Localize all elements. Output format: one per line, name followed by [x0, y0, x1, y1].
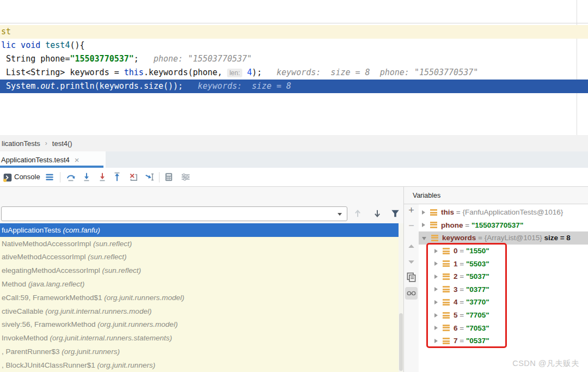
evaluate-expression-icon[interactable] — [164, 172, 174, 182]
run-to-cursor-icon[interactable] — [145, 172, 155, 182]
chevron-right-icon[interactable] — [434, 313, 438, 318]
frame-row[interactable]: elegatingMethodAccessorImpl (sun.reflect… — [0, 264, 403, 277]
frame-package: (org.junit.runners) — [62, 347, 120, 356]
frame-package: (org.junit.internal.runners.statements) — [50, 334, 172, 342]
chevron-right-icon[interactable] — [434, 339, 438, 343]
frame-location: , ParentRunner$3 — [2, 347, 62, 356]
frame-package: (org.junit.runners.model) — [104, 294, 184, 302]
frame-row[interactable]: NativeMethodAccessorImpl (sun.reflect) — [0, 237, 403, 251]
thread-selector[interactable]: in group "main": RUNNING — [1, 206, 347, 221]
code-segment-plain: String phone= — [1, 54, 70, 64]
variable-icon — [431, 235, 438, 241]
variables-tree[interactable]: this = {FanfuApplicationTests@1016}phone… — [419, 204, 588, 372]
variable-value: "7053" — [466, 324, 489, 332]
frame-row[interactable]: InvokeMethod (org.junit.internal.runners… — [0, 331, 403, 345]
chevron-right-icon[interactable] — [434, 249, 438, 253]
variable-value: "0377" — [466, 285, 489, 294]
code-line[interactable]: String phone="15503770537"; phone: "1550… — [0, 52, 588, 66]
breadcrumb-item-class[interactable]: licationTests — [2, 139, 40, 148]
navigate-down-icon[interactable] — [406, 257, 416, 267]
variable-row[interactable]: 1 = "5503" — [419, 257, 588, 270]
equals-sign: = — [458, 324, 466, 332]
frames-list[interactable]: fuApplicationTests (com.fanfu)NativeMeth… — [0, 223, 403, 372]
variable-name: 2 — [454, 272, 458, 280]
variable-icon — [443, 248, 450, 254]
remove-watch-icon[interactable]: − — [406, 221, 416, 231]
console-icon[interactable] — [3, 173, 13, 182]
chevron-right-icon[interactable] — [434, 326, 438, 330]
frame-row[interactable]: sively:56, FrameworkMethod (org.junit.ru… — [0, 318, 403, 332]
variable-value: "5503" — [466, 260, 489, 268]
variable-row[interactable]: 2 = "5037" — [419, 270, 588, 283]
frame-row[interactable]: , BlockJUnit4ClassRunner$1 (org.junit.ru… — [0, 358, 403, 372]
variable-name: 0 — [454, 247, 458, 255]
console-tab-label[interactable]: Console — [14, 168, 40, 186]
frame-package: (com.fanfu) — [63, 226, 100, 234]
frames-panel: in group "main": RUNNING fuApplicationTe… — [0, 187, 403, 372]
variable-row[interactable]: phone = "15503770537" — [419, 219, 588, 232]
navigate-down-icon[interactable] — [372, 209, 382, 218]
code-line[interactable]: lic void test4(){ — [0, 39, 588, 52]
code-line[interactable]: st — [0, 25, 588, 39]
add-watch-icon[interactable]: + — [406, 205, 416, 216]
filter-icon[interactable] — [390, 209, 400, 218]
code-line[interactable]: System.out.println(keywords.size()); key… — [0, 80, 588, 93]
variable-value: {FanfuApplicationTests@1016} — [462, 208, 563, 216]
variables-title: Variables — [413, 192, 440, 199]
show-watches-icon[interactable] — [405, 287, 418, 300]
frame-row[interactable]: ativeMethodAccessorImpl (sun.reflect) — [0, 251, 403, 264]
chevron-right-icon[interactable] — [422, 223, 425, 227]
drop-frame-icon[interactable] — [128, 172, 138, 182]
chevron-right-icon[interactable] — [434, 287, 438, 291]
frame-location: ctiveCallable — [2, 307, 45, 315]
debug-tab-strip: ApplicationTests.test4 × — [0, 151, 588, 168]
chevron-right-icon[interactable] — [434, 261, 438, 266]
navigate-up-icon[interactable] — [406, 241, 416, 252]
code-line[interactable]: List<String> keywords = this.keywords(ph… — [0, 66, 588, 80]
copy-stack-icon[interactable] — [406, 272, 416, 282]
variable-row[interactable]: keywords = {ArrayList@1015} size = 8 — [419, 231, 588, 245]
step-over-icon[interactable] — [66, 172, 76, 182]
navigate-up-icon[interactable] — [353, 209, 363, 218]
frame-location: ativeMethodAccessorImpl — [2, 253, 88, 261]
code-segment-plain: ); — [252, 68, 262, 77]
chevron-right-icon[interactable] — [422, 210, 425, 215]
variable-value: {ArrayList@1015} — [485, 234, 542, 242]
equals-sign: = — [458, 285, 466, 294]
frame-row[interactable]: ctiveCallable (org.junit.internal.runner… — [0, 304, 403, 318]
frame-location: eCall:59, FrameworkMethod$1 — [2, 294, 104, 302]
chevron-right-icon[interactable] — [434, 275, 438, 279]
chevron-down-icon[interactable] — [422, 237, 426, 240]
step-out-icon[interactable] — [112, 172, 122, 182]
equals-sign: = — [458, 298, 466, 306]
frame-row[interactable]: , ParentRunner$3 (org.junit.runners) — [0, 345, 403, 358]
variable-name: 7 — [454, 337, 458, 345]
code-segment-hint: keywords: size = 8 phone: "15503770537" — [262, 68, 478, 77]
layout-settings-icon[interactable] — [181, 172, 191, 182]
variable-row[interactable]: 7 = "0537" — [419, 334, 588, 347]
variable-icon — [443, 260, 450, 267]
variable-row[interactable]: this = {FanfuApplicationTests@1016} — [419, 206, 588, 219]
scrollbar-thumb[interactable] — [399, 313, 403, 371]
frame-location: , BlockJUnit4ClassRunner$1 — [2, 361, 97, 369]
chevron-right-icon[interactable] — [434, 300, 438, 304]
variable-row[interactable]: 0 = "1550" — [419, 245, 588, 258]
show-execution-point-icon[interactable] — [45, 172, 54, 182]
frame-row[interactable]: fuApplicationTests (com.fanfu) — [0, 223, 403, 237]
code-editor[interactable]: stlic void test4(){ String phone="155037… — [0, 24, 588, 93]
breadcrumb-item-method[interactable]: test4() — [52, 139, 72, 148]
force-step-into-icon[interactable] — [97, 172, 107, 182]
variable-row[interactable]: 6 = "7053" — [419, 321, 588, 334]
frames-scrollbar[interactable] — [399, 223, 403, 372]
code-segment-exec-hint: keywords: size = 8 — [183, 81, 291, 91]
variable-row[interactable]: 4 = "3770" — [419, 296, 588, 309]
close-icon[interactable]: × — [75, 156, 79, 164]
frame-row[interactable]: Method (java.lang.reflect) — [0, 277, 403, 291]
frame-location: fuApplicationTests — [2, 226, 63, 234]
step-into-icon[interactable] — [82, 172, 91, 182]
variable-row[interactable]: 3 = "0377" — [419, 283, 588, 296]
code-segment-exec: System. — [1, 81, 40, 91]
variable-row[interactable]: 5 = "7705" — [419, 309, 588, 322]
ide-window: stlic void test4(){ String phone="155037… — [0, 0, 588, 372]
frame-row[interactable]: eCall:59, FrameworkMethod$1 (org.junit.r… — [0, 291, 403, 304]
